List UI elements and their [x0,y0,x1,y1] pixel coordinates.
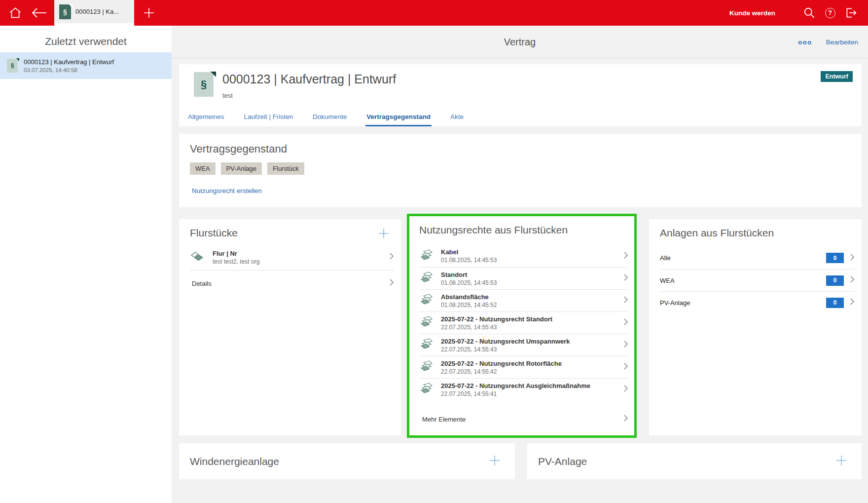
anlagen-title: Anlagen aus Flurstücken [660,227,774,239]
recently-used-sidebar: Zuletzt verwendet § 0000123 | Kaufvertra… [0,26,172,503]
tab-vertragsgegenstand[interactable]: Vertragsgegenstand [365,113,432,126]
tab-title: 0000123 | Ka... [75,8,119,15]
chevron-right-icon [389,278,394,288]
tab-allgemeines[interactable]: Allgemeines [187,113,225,126]
count-badge: 0 [826,298,844,308]
stacked-parcels-icon [419,360,435,375]
nutzungsrecht-erstellen-link[interactable]: Nutzungsrecht erstellen [192,187,262,194]
flurstuecke-card: Flurstücke Flur | Nr test test2, test or… [179,219,401,435]
nutzungsrecht-item-standort[interactable]: Standort 01.08.2025, 14:45:53 [419,267,628,289]
windenergieanlage-title: Windenergieanlage [190,456,279,467]
anlagen-row-wea[interactable]: WEA 0 [660,269,855,291]
tag-wea: WEA [190,162,216,175]
flurstuecke-title: Flurstücke [190,227,238,239]
record-title: 0000123 | Kaufvertrag | Entwurf [222,72,396,86]
pv-anlage-title: PV-Anlage [538,456,587,467]
page-header: Vertrag ooo Bearbeiten [172,26,868,58]
home-icon[interactable] [4,0,27,26]
flurstueck-item-title: Flur | Nr [213,250,259,257]
tab-akte[interactable]: Akte [449,113,465,126]
stacked-parcels-icon [419,338,435,352]
vertragsgegenstand-tags: WEA PV-Anlage Flurstück [190,162,304,175]
nutzungsrecht-item-standort-2025[interactable]: 2025-07-22 - Nutzungsrecht Standort 22.0… [419,311,628,334]
nutzungsrechte-list: Kabel 01.08.2025, 14:45:53 Standort 01.0… [419,245,628,400]
stacked-parcels-icon [419,382,435,397]
chevron-right-icon [623,385,628,394]
add-windenergieanlage-icon[interactable] [488,454,501,469]
chevron-right-icon [389,252,394,262]
windenergieanlage-card: Windenergieanlage [179,443,515,479]
flurstueck-item-subtitle: test test2, test org [213,258,259,265]
main-area: Vertrag ooo Bearbeiten § 0000123 | Kaufv… [172,26,868,503]
sidebar-title: Zuletzt verwendet [0,36,172,47]
topbar-right-group: Kunde werden ? [729,0,868,26]
status-badge: Entwurf [821,71,853,82]
tag-pv-anlage: PV-Anlage [221,162,262,175]
logout-icon[interactable] [840,0,861,26]
back-arrow-icon[interactable] [27,0,51,26]
new-tab-plus-icon[interactable] [134,0,164,26]
nutzungsrecht-item-rotorflaeche[interactable]: 2025-07-22 - Nutzungsrecht Rotorfläche 2… [419,356,628,378]
record-tabs: Allgemeines Laufzeit | Fristen Dokumente… [187,113,465,126]
contract-document-icon: § [194,72,214,97]
stacked-parcels-icon [419,293,435,308]
pv-anlage-card: PV-Anlage [527,443,862,479]
sidebar-item-timestamp: 03.07.2025, 14:40:58 [24,67,114,73]
contract-document-icon: § [59,4,71,19]
nutzungsrecht-item-ausgleichmassnahme[interactable]: 2025-07-22 - Nutzungsrecht Ausgleichmaßn… [419,378,628,400]
chevron-right-icon [623,362,628,372]
nutzungsrechte-card-highlighted: Nutzungsrechte aus Flurstücken Kabel 01.… [407,214,637,438]
open-record-tab[interactable]: § 0000123 | Ka... [54,0,134,26]
chevron-right-icon [850,298,855,308]
parcel-icon [190,251,207,264]
anlagen-card: Anlagen aus Flurstücken Alle 0 WEA 0 PV-… [649,219,862,435]
stacked-parcels-icon [419,271,435,286]
sidebar-item-contract[interactable]: § 0000123 | Kaufvertrag | Entwurf 03.07.… [0,52,172,79]
chevron-right-icon [623,251,628,261]
divider [190,270,394,271]
chevron-right-icon [623,273,628,283]
add-flurstueck-icon[interactable] [377,227,390,242]
chevron-right-icon [623,414,628,424]
vertragsgegenstand-card: Vertragsgegenstand WEA PV-Anlage Flurstü… [179,134,862,207]
count-badge: 0 [826,253,844,263]
chevron-right-icon [623,318,628,328]
chevron-right-icon [850,275,855,285]
nutzungsrecht-item-abstandsflaeche[interactable]: Abstandsfläche 01.08.2025, 14:45:52 [419,289,628,311]
tab-laufzeit-fristen[interactable]: Laufzeit | Fristen [243,113,294,126]
nutzungsrechte-title: Nutzungsrechte aus Flurstücken [419,224,568,236]
vertragsgegenstand-title: Vertragsgegenstand [190,143,287,155]
anlagen-row-alle[interactable]: Alle 0 [660,247,855,269]
record-subtitle: test [222,92,233,99]
tab-dokumente[interactable]: Dokumente [312,113,348,126]
nutzungsrecht-item-umspannwerk[interactable]: 2025-07-22 - Nutzungsrecht Umspannwerk 2… [419,334,628,356]
top-bar: § 0000123 | Ka... Kunde werden ? [0,0,868,26]
stacked-parcels-icon [419,315,435,330]
chevron-right-icon [623,296,628,306]
chevron-right-icon [850,253,855,263]
anlagen-list: Alle 0 WEA 0 PV-Anlage 0 [660,247,855,313]
flurstueck-list-item[interactable]: Flur | Nr test test2, test org [190,245,394,270]
tag-flurstueck: Flurstück [267,162,304,175]
mehr-elemente-link[interactable]: Mehr Elemente [422,411,628,427]
count-badge: 0 [826,275,844,286]
help-icon[interactable]: ? [820,0,840,26]
contract-document-icon: § [7,59,18,73]
search-icon[interactable] [799,0,820,26]
flurstuecke-details-link[interactable]: Details [192,273,394,293]
nutzungsrecht-item-kabel[interactable]: Kabel 01.08.2025, 14:45:53 [419,245,628,267]
stacked-parcels-icon [419,249,435,264]
record-header-card: § 0000123 | Kaufvertrag | Entwurf test E… [179,64,862,126]
kunde-werden-button[interactable]: Kunde werden [729,9,775,17]
sidebar-item-title: 0000123 | Kaufvertrag | Entwurf [24,58,114,66]
edit-button[interactable]: Bearbeiten [826,38,858,45]
anlagen-row-pv-anlage[interactable]: PV-Anlage 0 [660,291,855,313]
chevron-right-icon [623,340,628,350]
page-title: Vertrag [504,36,536,47]
add-pv-anlage-icon[interactable] [835,454,848,469]
more-options-icon[interactable]: ooo [798,38,812,45]
